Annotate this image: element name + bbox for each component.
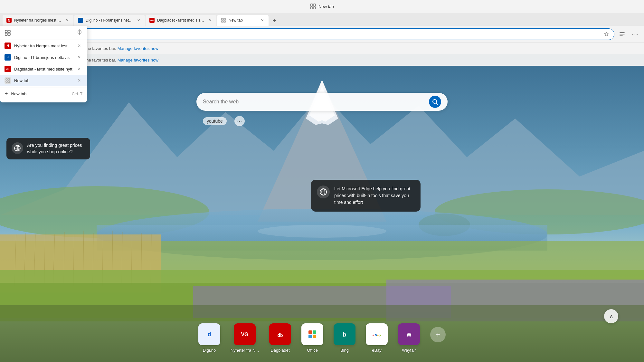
dropdown-favicon-dagbladet: db [5,66,11,72]
main-content: Import your favorites to have them here … [0,54,644,362]
svg-rect-69 [313,330,316,334]
dropdown-close-dagbladet[interactable]: ✕ [76,66,82,72]
svg-text:y: y [379,334,381,337]
dropdown-title-nyheter: Nyheter fra Norges mest leste ne [14,43,73,48]
svg-rect-4 [222,18,223,20]
quick-icon-label-wayfair: Wayfair [402,348,416,353]
dropdown-item-digi[interactable]: d Digi.no - IT-bransjens nettavis ✕ [0,52,87,63]
svg-line-53 [436,103,438,105]
svg-rect-12 [5,33,7,35]
quick-icon-img-wayfair: W [398,323,420,345]
svg-rect-5 [224,18,225,20]
tab-close-digi[interactable]: ✕ [136,18,141,23]
tab-dropdown: N Nyheter fra Norges mest leste ne ✕ d D… [0,26,87,102]
quick-icon-img-nyheter: VG [234,323,256,345]
svg-rect-15 [6,79,7,80]
svg-rect-68 [308,330,312,334]
quick-icon-ebay[interactable]: e B a y eBay [366,323,388,353]
svg-rect-13 [8,33,10,35]
add-tab-button[interactable]: + [269,15,279,26]
svg-text:W: W [407,332,412,338]
dropdown-close-digi[interactable]: ✕ [76,54,82,61]
quick-icon-label-office: Office [307,348,318,353]
add-to-favorites-icon[interactable] [603,31,610,37]
dropdown-item-new[interactable]: New tab ✕ [0,75,87,86]
price-finder-text: Are you finding great prices while you s… [27,142,85,155]
quick-icon-office[interactable]: Office [301,323,323,353]
dropdown-title-digi: Digi.no - IT-bransjens nettavis [14,55,73,60]
tab-title-nyheter: Nyheter fra Norges mest leste ne [14,18,62,23]
svg-point-51 [258,225,386,238]
svg-text:e: e [373,334,374,337]
svg-rect-71 [313,335,316,338]
quick-icon-nyheter[interactable]: VG Nyheter fra N... [231,323,259,353]
quick-link-youtube[interactable]: youtube [203,117,227,125]
dropdown-item-nyheter[interactable]: N Nyheter fra Norges mest leste ne ✕ [0,40,87,52]
svg-text:d: d [207,331,211,338]
tab-bar: N Nyheter fra Norges mest leste ne ✕ d D… [0,13,644,26]
dropdown-item-dagbladet[interactable]: db Dagbladet - først med siste nytt ✕ [0,63,87,75]
quick-links: youtube ··· [196,116,448,126]
quick-icon-img-dagbladet: db [269,323,291,345]
tab-dropdown-header [0,26,87,40]
tab-close-dagbladet[interactable]: ✕ [207,18,213,23]
search-submit-button[interactable] [429,96,441,108]
tab-close-nyheter[interactable]: ✕ [64,18,70,23]
quick-icon-label-ebay: eBay [372,348,382,353]
address-bar-row: ⋯ [0,26,644,43]
quick-icon-dagbladet[interactable]: db Dagbladet [269,323,291,353]
dropdown-new-tab-button[interactable]: + New tab Ctrl+T [0,88,87,100]
notification-banner: Import your favorites to have them here … [0,54,644,66]
quick-icon-img-bing: b [334,323,355,345]
dropdown-close-new[interactable]: ✕ [76,77,82,84]
svg-rect-2 [310,7,313,9]
svg-rect-70 [308,335,312,338]
tab-favicon-dagbladet: db [149,18,155,23]
title-bar-text: New tab [318,4,334,9]
quick-icon-bing[interactable]: b Bing [334,323,355,353]
dropdown-close-nyheter[interactable]: ✕ [76,43,82,49]
quick-links-more[interactable]: ··· [234,116,245,126]
address-input[interactable] [54,32,601,37]
plus-icon: + [5,90,8,97]
tab-close-new[interactable]: ✕ [260,18,265,23]
svg-rect-3 [313,7,316,9]
more-tools-button[interactable]: ⋯ [630,29,640,39]
svg-text:VG: VG [241,332,248,337]
tab-dagbladet[interactable]: db Dagbladet - først med siste nytt ✕ [146,15,216,26]
tab-favicon-new [221,18,226,23]
svg-rect-7 [224,21,225,22]
address-bar[interactable] [43,28,614,40]
svg-rect-10 [5,30,7,33]
title-bar: New tab [0,0,644,13]
tab-favicon-digi: d [78,18,83,23]
tab-title-digi: Digi.no - IT-bransjens nettavis [86,18,133,23]
svg-rect-1 [313,4,316,6]
add-quick-icon-button[interactable]: + [430,327,446,342]
pin-icon [77,29,82,36]
dropdown-favicon-new [5,77,11,84]
svg-rect-67 [306,328,319,341]
svg-text:b: b [343,331,346,338]
svg-rect-0 [310,4,313,6]
favorites-button[interactable] [617,29,627,39]
tab-digi[interactable]: d Digi.no - IT-bransjens nettavis ✕ [74,15,145,26]
svg-text:db: db [278,333,283,338]
svg-text:B: B [375,334,377,337]
quick-icon-img-office [301,323,323,345]
quick-icon-wayfair[interactable]: W Wayfair [398,323,420,353]
title-bar-content: New tab [310,4,334,9]
quick-icon-digi[interactable]: d Digi.no [198,323,220,353]
tab-new-tab[interactable]: New tab ✕ [217,15,269,26]
svg-rect-6 [222,21,223,22]
tab-nyheter[interactable]: N Nyheter fra Norges mest leste ne ✕ [3,15,73,26]
notification-link[interactable]: Manage favorites now [118,58,158,62]
svg-rect-16 [8,79,10,80]
manage-favorites-link[interactable]: Manage favorites now [118,46,158,51]
web-search-input[interactable] [203,99,425,105]
svg-rect-17 [6,81,7,82]
tab-title-new: New tab [229,18,257,23]
globe-icon [12,142,23,154]
search-box [196,93,448,111]
dropdown-title-dagbladet: Dagbladet - først med siste nytt [14,67,73,71]
